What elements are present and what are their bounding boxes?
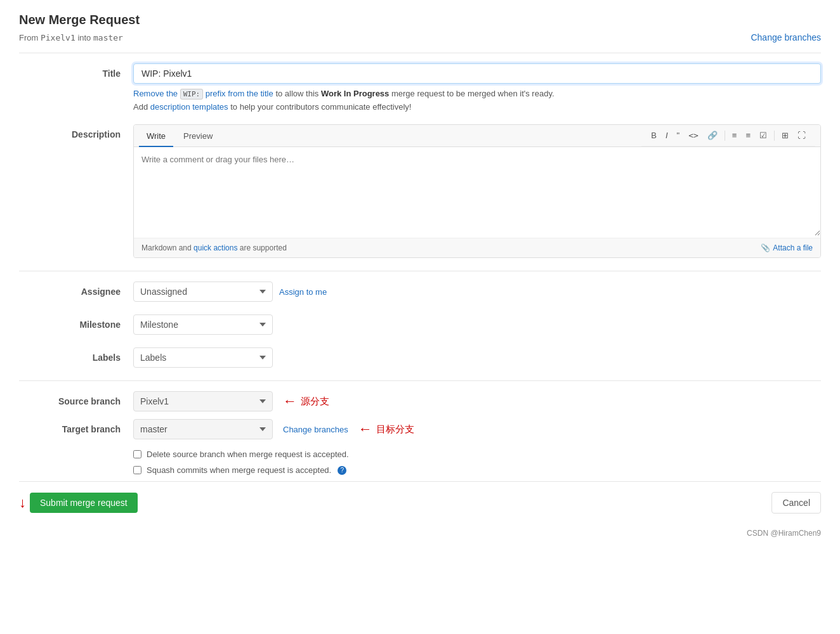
description-label: Description [19, 124, 133, 258]
source-branch-content: Pixelv1 ← 源分支 [133, 391, 821, 411]
markdown-notice: Markdown and quick actions are supported [141, 243, 287, 252]
source-branch-label: Source branch [19, 391, 133, 411]
watermark: CSDN @HiramChen9 [19, 529, 821, 543]
tab-write[interactable]: Write [139, 126, 173, 147]
tab-preview[interactable]: Preview [176, 126, 220, 147]
description-templates-link[interactable]: description templates [150, 102, 228, 112]
description-form-content: Write Preview B I " <> 🔗 ≡ ≡ ☑ ⊞ [133, 124, 821, 258]
submit-area: ↓ Submit merge request [19, 493, 138, 513]
toolbar-divider-1 [725, 131, 725, 141]
source-arrow-icon: ← [283, 393, 297, 410]
description-editor: Write Preview B I " <> 🔗 ≡ ≡ ☑ ⊞ [133, 124, 821, 258]
squash-help-icon[interactable]: ? [338, 466, 346, 475]
wip-notice: Remove the WIP: prefix from the title to… [133, 89, 821, 98]
source-annotation: ← 源分支 [283, 393, 329, 410]
target-branch-label: Target branch [19, 419, 133, 439]
description-form-group: Description Write Preview B I " <> 🔗 ≡ [19, 124, 821, 258]
squash-commits-row: Squash commits when merge request is acc… [133, 465, 821, 475]
italic-button[interactable]: I [662, 129, 671, 142]
quick-actions-link[interactable]: quick actions [194, 243, 237, 252]
bullet-list-button[interactable]: ≡ [729, 129, 740, 142]
target-branch-code: master [93, 33, 123, 42]
target-arrow-icon: ← [358, 421, 372, 437]
paperclip-icon: 📎 [761, 243, 770, 252]
title-input[interactable] [133, 63, 821, 84]
labels-select[interactable]: Labels [133, 347, 273, 368]
description-tabs: Write Preview B I " <> 🔗 ≡ ≡ ☑ ⊞ [134, 125, 820, 147]
change-branches-target-link[interactable]: Change branches [283, 425, 348, 434]
title-form-group: Title Remove the WIP: prefix from the ti… [19, 63, 821, 112]
middle-divider [19, 271, 821, 271]
milestone-form-group: Milestone Milestone [19, 314, 821, 335]
labels-label: Labels [19, 347, 133, 368]
assignee-select[interactable]: Unassigned [133, 281, 273, 302]
delete-source-label[interactable]: Delete source branch when merge request … [147, 450, 349, 459]
top-divider [19, 53, 821, 53]
milestone-content: Milestone [133, 314, 821, 335]
labels-content: Labels [133, 347, 821, 368]
link-button[interactable]: 🔗 [704, 129, 721, 142]
delete-source-checkbox[interactable] [133, 450, 141, 458]
page-title: New Merge Request [19, 13, 821, 27]
source-branch-select[interactable]: Pixelv1 [133, 391, 273, 411]
description-notice: Add description templates to help your c… [133, 102, 821, 112]
wip-bold: Work In Progress [321, 89, 389, 98]
source-branch-form-group: Source branch Pixelv1 ← 源分支 [19, 391, 821, 411]
numbered-list-button[interactable]: ≡ [742, 129, 754, 142]
branch-info-bar: From Pixelv1 into master Change branches [19, 32, 821, 42]
remove-wip-link[interactable]: Remove the WIP: prefix from the title [133, 89, 273, 98]
assignee-content: Unassigned Assign to me [133, 281, 821, 302]
actions-bar: ↓ Submit merge request Cancel [19, 481, 821, 524]
target-branch-form-group: Target branch master Change branches ← 目… [19, 419, 821, 439]
task-list-button[interactable]: ☑ [756, 129, 770, 142]
target-chinese-label: 目标分支 [376, 424, 414, 436]
wip-badge: WIP: [180, 89, 204, 100]
branch-divider [19, 380, 821, 381]
submit-arrow-icon: ↓ [19, 495, 26, 511]
attach-file-link[interactable]: 📎 Attach a file [761, 243, 813, 252]
quote-button[interactable]: " [674, 129, 683, 142]
title-form-content: Remove the WIP: prefix from the title to… [133, 63, 821, 112]
submit-merge-request-button[interactable]: Submit merge request [30, 493, 138, 513]
assignee-label: Assignee [19, 281, 133, 302]
toolbar-divider-2 [774, 131, 775, 141]
delete-source-row: Delete source branch when merge request … [133, 450, 821, 459]
change-branches-link[interactable]: Change branches [751, 32, 821, 42]
title-label: Title [19, 63, 133, 112]
description-toolbar: B I " <> 🔗 ≡ ≡ ☑ ⊞ ⛶ [641, 125, 815, 146]
target-annotation: ← 目标分支 [358, 421, 414, 437]
assign-to-me-link[interactable]: Assign to me [279, 287, 327, 297]
table-button[interactable]: ⊞ [778, 129, 792, 142]
code-button[interactable]: <> [685, 129, 702, 142]
fullscreen-button[interactable]: ⛶ [794, 129, 809, 142]
source-branch-code: Pixelv1 [41, 33, 75, 42]
squash-commits-checkbox[interactable] [133, 466, 141, 474]
cancel-button[interactable]: Cancel [771, 492, 821, 514]
target-branch-select[interactable]: master [133, 419, 273, 439]
assignee-form-group: Assignee Unassigned Assign to me [19, 281, 821, 302]
bold-button[interactable]: B [648, 129, 660, 142]
description-textarea[interactable] [134, 147, 820, 236]
squash-commits-label[interactable]: Squash commits when merge request is acc… [147, 465, 331, 475]
branch-info-text: From Pixelv1 into master [19, 33, 123, 42]
source-chinese-label: 源分支 [301, 396, 329, 408]
milestone-label: Milestone [19, 314, 133, 335]
description-footer: Markdown and quick actions are supported… [134, 238, 820, 257]
milestone-select[interactable]: Milestone [133, 314, 273, 335]
labels-form-group: Labels Labels [19, 347, 821, 368]
target-branch-content: master Change branches ← 目标分支 [133, 419, 821, 439]
